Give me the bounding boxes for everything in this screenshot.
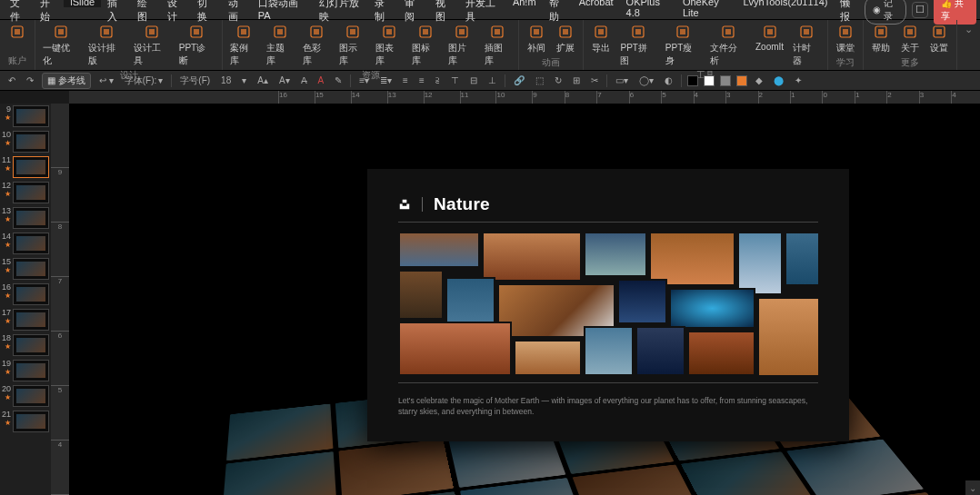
photo-collage (398, 232, 818, 377)
plugin-icon-3[interactable]: ✦ (792, 75, 805, 85)
slide-thumbnail-panel[interactable]: 9★10★11★12★13★14★15★16★17★18★19★20★21★ (0, 104, 51, 495)
ribbon-补间[interactable]: 补间 (523, 22, 550, 56)
ribbon-案例库[interactable]: 案例库 (226, 22, 261, 69)
ribbon-设计工具[interactable]: 设计工具 (130, 22, 174, 69)
color-orange[interactable] (736, 75, 747, 86)
shape-fill-button[interactable]: ▭▾ (613, 75, 631, 85)
slide-canvas[interactable]: Nature (69, 104, 980, 495)
menu-LvyhTools(201114)[interactable]: LvyhTools(201114) (736, 0, 834, 7)
menu-An!m[interactable]: An!m (506, 0, 543, 7)
thumbnail-11[interactable]: 11★ (2, 156, 49, 178)
thumbnail-20[interactable]: 20★ (2, 385, 49, 407)
ribbon-PPT诊断[interactable]: PPT诊断 (175, 22, 218, 69)
thumbnail-18[interactable]: 18★ (2, 334, 49, 356)
svg-rect-49 (936, 29, 942, 35)
unsplash-icon (398, 198, 411, 211)
svg-rect-29 (563, 29, 568, 35)
color-white[interactable] (704, 75, 715, 86)
align-bot-button[interactable]: ⊥ (485, 75, 499, 85)
thumbnail-9[interactable]: 9★ (2, 105, 49, 127)
svg-rect-23 (459, 29, 465, 35)
ribbon-一键优化[interactable]: 一键优化 (39, 22, 83, 69)
active-slide[interactable]: Nature (367, 169, 849, 441)
thumbnail-14[interactable]: 14★ (2, 233, 49, 254)
ribbon-主题库[interactable]: 主题库 (263, 22, 297, 69)
ribbon-色彩库[interactable]: 色彩库 (299, 22, 334, 69)
comment-button[interactable]: ☐ (912, 2, 928, 18)
thumbnail-13[interactable]: 13★ (2, 207, 49, 229)
crop-button[interactable]: ✂ (588, 75, 601, 85)
menu-OneKey Lite[interactable]: OneKey Lite (676, 0, 737, 18)
ribbon-图标库[interactable]: 图标库 (408, 22, 443, 69)
link-button[interactable]: 🔗 (511, 75, 527, 85)
ribbon-account[interactable] (4, 22, 31, 44)
ribbon-图示库[interactable]: 图示库 (335, 22, 370, 69)
thumbnail-15[interactable]: 15★ (2, 258, 49, 280)
plugin-icon-2[interactable]: ⬤ (771, 75, 786, 85)
ribbon-帮助[interactable]: 帮助 (867, 22, 895, 56)
color-black[interactable] (687, 75, 698, 86)
thumbnail-16[interactable]: 16★ (2, 283, 49, 305)
ribbon-设计排版[interactable]: 设计排版 (85, 22, 128, 69)
ribbon-PPT瘦身[interactable]: PPT瘦身 (662, 22, 705, 69)
menu-口袋动画 PA[interactable]: 口袋动画 PA (252, 0, 313, 21)
align-top-button[interactable]: ⊤ (448, 75, 462, 85)
group-button[interactable]: ⊞ (570, 75, 583, 85)
numbering-button[interactable]: ≣▾ (377, 75, 395, 85)
expand-chevron[interactable]: ⌄ (965, 480, 980, 495)
clear-format-button[interactable]: A̶ (298, 75, 310, 85)
rotate-button[interactable]: ↻ (552, 75, 565, 85)
svg-rect-17 (350, 29, 355, 35)
ribbon-collapse-button[interactable]: ⌄ (957, 20, 980, 70)
ribbon-计时器[interactable]: 计时器 (789, 22, 824, 69)
effects-button[interactable]: ◐ (662, 75, 675, 85)
align-mid-button[interactable]: ⊟ (467, 75, 480, 85)
thumbnail-10[interactable]: 10★ (2, 131, 49, 153)
svg-rect-13 (277, 29, 283, 35)
ribbon-扩展[interactable]: 扩展 (552, 22, 579, 56)
ribbon-设置[interactable]: 设置 (925, 22, 953, 56)
ribbon-group-学习: 课堂学习 (828, 20, 864, 70)
ribbon-PPT拼图[interactable]: PPT拼图 (616, 22, 659, 69)
bullets-button[interactable]: ≡▾ (356, 75, 372, 85)
color-gray[interactable] (720, 75, 731, 86)
thumbnail-21[interactable]: 21★ (2, 411, 49, 432)
ribbon-关于[interactable]: 关于 (896, 22, 924, 56)
slide-title: Nature (434, 194, 490, 214)
plugin-icon-1[interactable]: ◆ (753, 75, 765, 85)
menu-iSlide[interactable]: iSlide (64, 0, 101, 7)
font-size-dropdown[interactable]: ▾ (239, 75, 249, 85)
menu-OKPlus 4.8[interactable]: OKPlus 4.8 (620, 0, 676, 18)
font-color-button[interactable]: A (315, 75, 327, 85)
font-size-input[interactable]: 18 (218, 75, 234, 85)
undo-button[interactable]: ↶ (5, 75, 18, 85)
align-center-button[interactable]: ≡ (416, 75, 427, 85)
ribbon-group-动画: 补间扩展动画 (519, 20, 584, 70)
increase-font-button[interactable]: A▴ (255, 75, 271, 85)
formatting-toolbar: ↶ ↷ ▦ 参考线 ↩ ▾ 字体(F): ▾ 字号(F) 18 ▾ A▴ A▾ … (0, 71, 980, 91)
svg-rect-9 (194, 29, 199, 35)
ribbon-插图库[interactable]: 插图库 (481, 22, 515, 69)
ribbon-导出[interactable]: 导出 (587, 22, 615, 56)
redo-button[interactable]: ↷ (24, 75, 36, 85)
thumbnail-17[interactable]: 17★ (2, 309, 49, 331)
font-dropdown[interactable]: 字体(F): ▾ (122, 74, 166, 87)
shape-outline-button[interactable]: ◯▾ (636, 75, 656, 85)
ribbon-文件分析[interactable]: 文件分析 (706, 22, 750, 69)
ribbon-group-资源: 案例库主题库色彩库图示库图表库图标库图片库插图库资源 (223, 20, 519, 70)
highlight-button[interactable]: ✎ (332, 75, 345, 85)
arrange-button[interactable]: ⬚ (533, 75, 546, 85)
reference-line-button[interactable]: ▦ 参考线 (42, 73, 91, 89)
align-left-button[interactable]: ≡ (400, 75, 411, 85)
menu-Acrobat[interactable]: Acrobat (573, 0, 620, 7)
align-dist-button[interactable]: ⫔ (433, 75, 443, 85)
history-button[interactable]: ↩ ▾ (96, 75, 116, 85)
ribbon-图表库[interactable]: 图表库 (372, 22, 406, 69)
vertical-ruler: 9876543210123456789 (51, 104, 69, 495)
ribbon-图片库[interactable]: 图片库 (445, 22, 479, 69)
thumbnail-19[interactable]: 19★ (2, 360, 49, 381)
ribbon-ZoomIt[interactable]: ZoomIt (752, 22, 787, 54)
thumbnail-12[interactable]: 12★ (2, 182, 49, 203)
decrease-font-button[interactable]: A▾ (276, 75, 293, 85)
ribbon-课堂[interactable]: 课堂 (832, 22, 859, 56)
